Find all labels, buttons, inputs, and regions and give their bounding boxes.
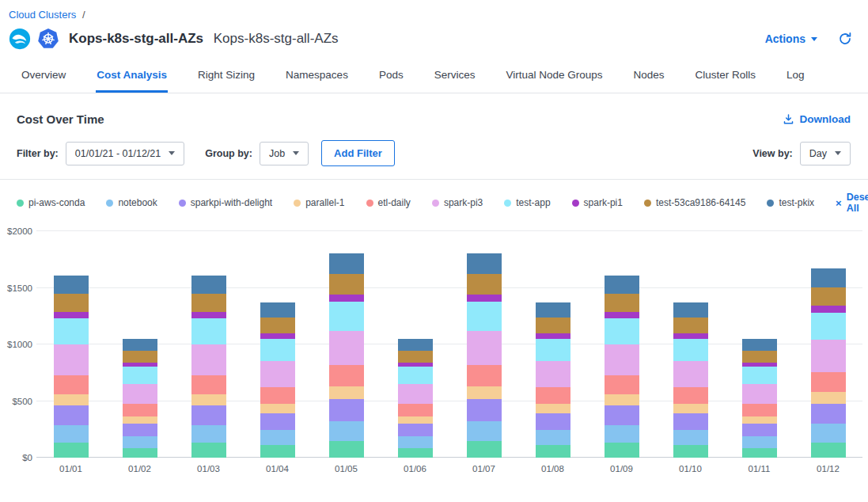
tab-log[interactable]: Log — [786, 63, 805, 93]
bar-segment-parallel-1[interactable] — [329, 386, 364, 399]
bar-segment-pi-aws-conda[interactable] — [467, 441, 502, 458]
bar-segment-test-app[interactable] — [467, 302, 502, 331]
bar-segment-test-pkix[interactable] — [536, 302, 570, 318]
bar-segment-notebook[interactable] — [605, 425, 639, 443]
bar-segment-spark-pi1[interactable] — [329, 295, 364, 302]
bar-segment-test-53ca9186-64145[interactable] — [191, 294, 226, 312]
bar-segment-test-pkix[interactable] — [260, 302, 295, 318]
group-by-select[interactable]: Job — [260, 142, 309, 165]
bar-segment-spark-pi3[interactable] — [742, 384, 777, 404]
stacked-bar-01-06[interactable] — [398, 231, 433, 458]
bar-segment-test-app[interactable] — [398, 367, 433, 383]
bar-segment-test-53ca9186-64145[interactable] — [536, 318, 570, 333]
bar-segment-test-53ca9186-64145[interactable] — [467, 274, 502, 295]
bar-segment-sparkpi-with-delight[interactable] — [260, 413, 295, 430]
bar-segment-spark-pi3[interactable] — [329, 331, 364, 365]
bar-segment-etl-daily[interactable] — [811, 372, 846, 392]
bar-segment-parallel-1[interactable] — [123, 416, 157, 424]
bar-segment-notebook[interactable] — [467, 421, 502, 442]
view-by-select[interactable]: Day — [800, 142, 851, 165]
bar-segment-test-pkix[interactable] — [123, 339, 157, 351]
bar-segment-parallel-1[interactable] — [742, 416, 777, 424]
bar-segment-etl-daily[interactable] — [605, 375, 639, 394]
bar-segment-spark-pi1[interactable] — [605, 312, 639, 319]
bar-segment-sparkpi-with-delight[interactable] — [673, 413, 708, 430]
bar-segment-notebook[interactable] — [329, 421, 364, 442]
bar-segment-parallel-1[interactable] — [605, 394, 639, 405]
bar-segment-etl-daily[interactable] — [467, 365, 502, 386]
bar-segment-test-53ca9186-64145[interactable] — [260, 318, 295, 333]
bar-segment-test-53ca9186-64145[interactable] — [398, 351, 433, 363]
bar-segment-pi-aws-conda[interactable] — [123, 448, 157, 458]
bar-segment-test-53ca9186-64145[interactable] — [673, 318, 708, 333]
stacked-bar-01-05[interactable] — [329, 231, 364, 458]
bar-segment-sparkpi-with-delight[interactable] — [536, 413, 570, 430]
bar-segment-etl-daily[interactable] — [191, 375, 226, 394]
actions-button[interactable]: Actions — [765, 32, 817, 45]
bar-segment-test-app[interactable] — [811, 313, 846, 340]
bar-segment-test-pkix[interactable] — [467, 253, 502, 274]
bar-segment-notebook[interactable] — [191, 425, 226, 443]
tab-nodes[interactable]: Nodes — [633, 63, 665, 93]
bar-segment-test-pkix[interactable] — [191, 276, 226, 294]
bar-segment-notebook[interactable] — [536, 430, 570, 445]
bar-segment-spark-pi3[interactable] — [123, 384, 157, 404]
stacked-bar-01-07[interactable] — [467, 231, 502, 458]
bar-segment-test-app[interactable] — [54, 318, 89, 344]
bar-segment-parallel-1[interactable] — [536, 404, 570, 413]
legend-item-sparkpi-with-delight[interactable]: sparkpi-with-delight — [179, 197, 272, 208]
bar-segment-test-pkix[interactable] — [742, 339, 777, 351]
tab-virtual-node-groups[interactable]: Virtual Node Groups — [505, 63, 603, 93]
bar-segment-notebook[interactable] — [123, 436, 157, 448]
breadcrumb-link-cloud-clusters[interactable]: Cloud Clusters — [9, 9, 76, 21]
bar-segment-sparkpi-with-delight[interactable] — [329, 399, 364, 420]
bar-segment-pi-aws-conda[interactable] — [536, 445, 570, 458]
tab-cluster-rolls[interactable]: Cluster Rolls — [695, 63, 757, 93]
legend-item-notebook[interactable]: notebook — [106, 197, 157, 208]
date-range-select[interactable]: 01/01/21 - 01/12/21 — [66, 142, 184, 165]
bar-segment-test-pkix[interactable] — [398, 339, 433, 351]
stacked-bar-01-03[interactable] — [191, 231, 226, 458]
refresh-button[interactable] — [838, 32, 852, 46]
bar-segment-etl-daily[interactable] — [398, 404, 433, 416]
bar-segment-spark-pi3[interactable] — [605, 344, 639, 375]
bar-segment-notebook[interactable] — [673, 430, 708, 445]
stacked-bar-01-12[interactable] — [811, 231, 846, 458]
bar-segment-pi-aws-conda[interactable] — [329, 441, 364, 458]
legend-item-spark-pi3[interactable]: spark-pi3 — [432, 197, 483, 208]
bar-segment-spark-pi3[interactable] — [398, 384, 433, 404]
bar-segment-etl-daily[interactable] — [742, 404, 777, 416]
bar-segment-test-app[interactable] — [673, 339, 708, 361]
download-button[interactable]: Download — [783, 113, 851, 125]
bar-segment-parallel-1[interactable] — [398, 416, 433, 424]
bar-segment-pi-aws-conda[interactable] — [398, 448, 433, 458]
bar-segment-notebook[interactable] — [742, 436, 777, 448]
bar-segment-test-app[interactable] — [605, 318, 639, 344]
bar-segment-test-53ca9186-64145[interactable] — [742, 351, 777, 363]
bar-segment-sparkpi-with-delight[interactable] — [811, 404, 846, 424]
bar-segment-spark-pi1[interactable] — [467, 295, 502, 302]
bar-segment-spark-pi3[interactable] — [811, 340, 846, 371]
bar-segment-pi-aws-conda[interactable] — [742, 448, 777, 458]
bar-segment-pi-aws-conda[interactable] — [811, 443, 846, 458]
bar-segment-spark-pi3[interactable] — [536, 361, 570, 387]
bar-segment-test-app[interactable] — [123, 367, 157, 383]
legend-item-test-app[interactable]: test-app — [504, 197, 550, 208]
bar-segment-spark-pi1[interactable] — [54, 312, 89, 319]
bar-segment-spark-pi1[interactable] — [191, 312, 226, 319]
tab-services[interactable]: Services — [434, 63, 476, 93]
bar-segment-spark-pi3[interactable] — [673, 361, 708, 387]
bar-segment-test-app[interactable] — [536, 339, 570, 361]
stacked-bar-01-08[interactable] — [536, 231, 570, 458]
deselect-all-button[interactable]: × Deselect All — [836, 192, 868, 214]
stacked-bar-01-09[interactable] — [605, 231, 639, 458]
bar-segment-parallel-1[interactable] — [811, 392, 846, 404]
bar-segment-sparkpi-with-delight[interactable] — [398, 424, 433, 436]
bar-segment-parallel-1[interactable] — [467, 386, 502, 399]
bar-segment-spark-pi3[interactable] — [54, 344, 89, 375]
bar-segment-test-53ca9186-64145[interactable] — [123, 351, 157, 363]
bar-segment-parallel-1[interactable] — [673, 404, 708, 413]
bar-segment-notebook[interactable] — [260, 430, 295, 445]
stacked-bar-01-01[interactable] — [54, 231, 89, 458]
legend-item-pi-aws-conda[interactable]: pi-aws-conda — [17, 197, 85, 208]
